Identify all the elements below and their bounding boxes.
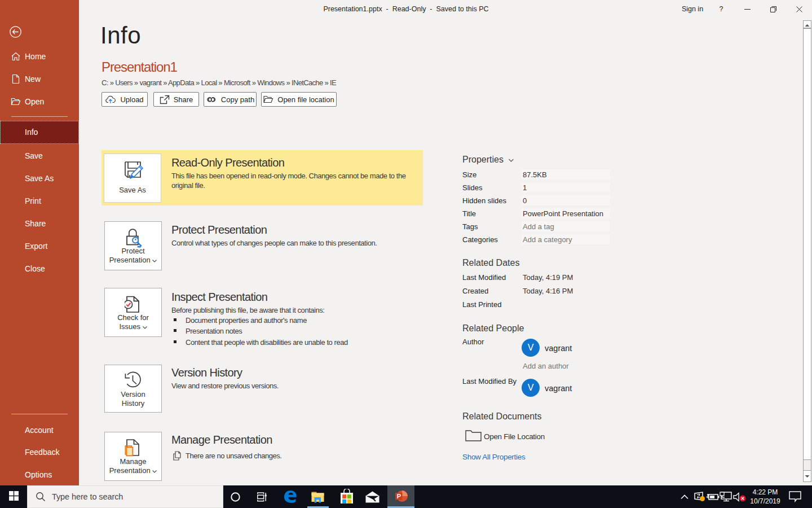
svg-text:P: P — [397, 493, 401, 500]
